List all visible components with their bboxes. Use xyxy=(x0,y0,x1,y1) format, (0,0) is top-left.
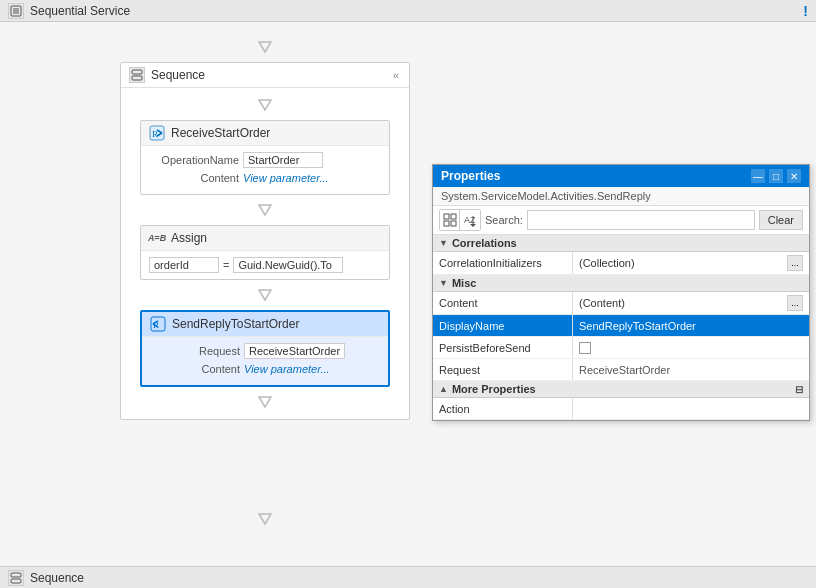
assign-block[interactable]: A=B Assign orderId = Guid.NewGuid().To xyxy=(140,225,390,280)
svg-marker-28 xyxy=(470,224,476,227)
svg-rect-20 xyxy=(11,573,21,577)
persist-before-send-row[interactable]: PersistBeforeSend xyxy=(433,337,809,359)
svg-rect-5 xyxy=(132,70,142,74)
top-bar-title: Sequential Service xyxy=(30,4,130,18)
assign-equals: = xyxy=(223,259,229,271)
view-parameter-link[interactable]: View parameter... xyxy=(243,172,329,184)
receive-start-order-block[interactable]: R ReceiveStartOrder OperationName StartO… xyxy=(140,120,390,195)
collapse-button[interactable]: « xyxy=(391,69,401,81)
svg-rect-24 xyxy=(444,221,449,226)
send-reply-block[interactable]: R SendReplyToStartOrder Request ReceiveS… xyxy=(140,310,390,387)
mid-chevron-2-icon xyxy=(255,288,275,302)
chevron-down-icon xyxy=(255,40,275,54)
content-label: Content xyxy=(149,172,239,184)
assign-icon: A=B xyxy=(149,230,165,246)
persist-before-send-name: PersistBeforeSend xyxy=(433,337,573,358)
svg-marker-4 xyxy=(259,42,271,52)
action-row[interactable]: Action xyxy=(433,398,809,420)
receive-start-order-body: OperationName StartOrder Content View pa… xyxy=(141,146,389,194)
correlations-label: Correlations xyxy=(452,237,517,249)
panel-toolbar: AZ Search: Clear xyxy=(433,206,809,235)
misc-section-header: ▼ Misc xyxy=(433,275,809,292)
svg-marker-7 xyxy=(259,100,271,110)
receive-start-order-title: ReceiveStartOrder xyxy=(171,126,270,140)
search-input[interactable] xyxy=(527,210,755,230)
sequence-header: Sequence « xyxy=(121,63,409,88)
receive-icon: R xyxy=(149,125,165,141)
mid-arrow-1 xyxy=(133,199,397,221)
svg-rect-23 xyxy=(451,214,456,219)
request-prop-input[interactable] xyxy=(579,364,803,376)
request-prop-row[interactable]: Request xyxy=(433,359,809,381)
request-value: ReceiveStartOrder xyxy=(244,343,345,359)
sr-content-label: Content xyxy=(150,363,240,375)
mid-arrow-2 xyxy=(133,284,397,306)
correlations-toggle[interactable]: ▼ xyxy=(439,238,448,248)
correlation-initializers-value: (Collection) ... xyxy=(573,252,809,274)
request-prop-name: Request xyxy=(433,359,573,380)
warning-icon: ! xyxy=(803,3,808,19)
sort-category-button[interactable] xyxy=(440,210,460,230)
svg-marker-13 xyxy=(259,290,271,300)
panel-restore-button[interactable]: □ xyxy=(769,169,783,183)
sr-view-parameter-link[interactable]: View parameter... xyxy=(244,363,330,375)
properties-panel: Properties — □ ✕ System.ServiceModel.Act… xyxy=(432,164,810,421)
props-grid: ▼ Correlations CorrelationInitializers (… xyxy=(433,235,809,420)
sr-content-row: Content View parameter... xyxy=(150,363,380,375)
sequence-container: Sequence « R xyxy=(120,62,410,420)
correlation-initializers-row[interactable]: CorrelationInitializers (Collection) ... xyxy=(433,252,809,275)
svg-marker-18 xyxy=(259,397,271,407)
misc-toggle[interactable]: ▼ xyxy=(439,278,448,288)
sequence-icon xyxy=(129,67,145,83)
svg-marker-19 xyxy=(259,514,271,524)
canvas-area: Sequential Service ! Sequence xyxy=(0,0,816,588)
assign-right: Guid.NewGuid().To xyxy=(233,257,343,273)
panel-titlebar: Properties — □ ✕ xyxy=(433,165,809,187)
svg-rect-25 xyxy=(451,221,456,226)
correlation-initializers-name: CorrelationInitializers xyxy=(433,252,573,274)
panel-close-button[interactable]: ✕ xyxy=(787,169,801,183)
top-bar: Sequential Service ! xyxy=(0,0,816,22)
content-prop-value: (Content) ... xyxy=(573,292,809,314)
send-reply-icon: R xyxy=(150,316,166,332)
more-properties-toggle[interactable]: ▲ xyxy=(439,384,448,394)
bottom-bar: Sequence xyxy=(0,566,816,588)
operation-name-value: StartOrder xyxy=(243,152,323,168)
display-name-row[interactable]: DisplayName SendReplyToStartOrder xyxy=(433,315,809,337)
operation-name-row: OperationName StartOrder xyxy=(149,152,381,168)
panel-controls: — □ ✕ xyxy=(751,169,801,183)
panel-title: Properties xyxy=(441,169,500,183)
receive-start-order-header: R ReceiveStartOrder xyxy=(141,121,389,146)
mid-chevron-1-icon xyxy=(255,203,275,217)
svg-rect-6 xyxy=(132,76,142,80)
clear-button[interactable]: Clear xyxy=(759,210,803,230)
more-properties-expand-icon[interactable]: ⊟ xyxy=(795,384,803,395)
bottom-inner-arrow xyxy=(133,391,397,413)
content-row: Content View parameter... xyxy=(149,172,381,184)
correlation-initializers-ellipsis[interactable]: ... xyxy=(787,255,803,271)
action-name: Action xyxy=(433,398,573,419)
assign-left: orderId xyxy=(149,257,219,273)
content-prop-name: Content xyxy=(433,292,573,314)
correlations-section-header: ▼ Correlations xyxy=(433,235,809,252)
inner-top-arrow xyxy=(133,94,397,116)
panel-minimize-button[interactable]: — xyxy=(751,169,765,183)
panel-subtitle: System.ServiceModel.Activities.SendReply xyxy=(433,187,809,206)
svg-rect-22 xyxy=(444,214,449,219)
toolbar-btn-group: AZ xyxy=(439,209,481,231)
bottom-inner-chevron-icon xyxy=(255,395,275,409)
content-prop-ellipsis[interactable]: ... xyxy=(787,295,803,311)
inner-chevron-down-icon xyxy=(255,98,275,112)
svg-marker-12 xyxy=(259,205,271,215)
sort-alpha-button[interactable]: AZ xyxy=(460,210,480,230)
display-name-prop-name: DisplayName xyxy=(433,315,573,336)
content-prop-row[interactable]: Content (Content) ... xyxy=(433,292,809,315)
send-reply-title: SendReplyToStartOrder xyxy=(172,317,299,331)
persist-before-send-checkbox[interactable] xyxy=(579,342,591,354)
action-value xyxy=(573,398,809,419)
svg-rect-21 xyxy=(11,579,21,583)
outer-bottom-chevron-icon xyxy=(255,512,275,526)
request-prop-value xyxy=(573,359,809,380)
display-name-value: SendReplyToStartOrder xyxy=(579,320,696,332)
assign-header: A=B Assign xyxy=(141,226,389,251)
